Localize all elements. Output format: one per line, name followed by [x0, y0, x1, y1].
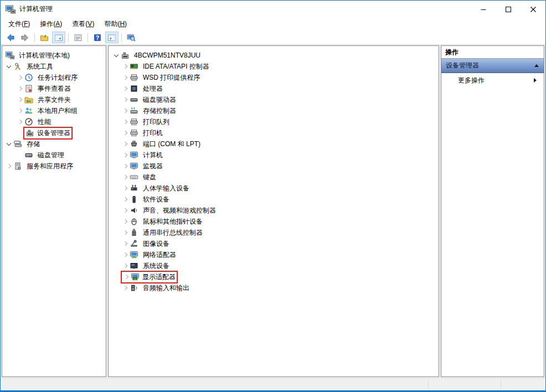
device-category-display-adapters[interactable]: 显示适配器: [109, 271, 439, 282]
chevron-right-icon[interactable]: [122, 96, 128, 103]
collapse-up-icon[interactable]: [534, 64, 539, 67]
device-category-monitors[interactable]: 监视器: [109, 161, 439, 172]
device-category-processors[interactable]: 处理器: [109, 83, 439, 94]
chevron-right-icon[interactable]: [122, 240, 128, 247]
chevron-right-icon[interactable]: [122, 163, 128, 169]
chevron-right-icon[interactable]: [123, 274, 130, 280]
device-category-mice[interactable]: 鼠标和其他指针设备: [109, 216, 439, 227]
chevron-right-icon[interactable]: [122, 207, 128, 214]
device-category-hid[interactable]: 人体学输入设备: [109, 183, 439, 194]
sidebar-item-label: 性能: [36, 117, 53, 127]
toolbar: [1, 30, 545, 45]
sidebar-item-local-users-groups[interactable]: 本地用户和组: [2, 105, 106, 116]
sidebar-item-storage[interactable]: 存储: [2, 138, 106, 149]
chevron-right-icon[interactable]: [122, 218, 128, 225]
chevron-down-icon[interactable]: [113, 52, 120, 59]
chevron-right-icon[interactable]: [122, 251, 128, 258]
more-actions-label: 更多操作: [458, 76, 485, 85]
device-category-system-devices[interactable]: 系统设备: [109, 260, 439, 271]
device-category-keyboards[interactable]: 键盘: [109, 172, 439, 183]
actions-pane-caption: 操作: [441, 46, 544, 59]
forward-button[interactable]: [18, 32, 32, 43]
device-category-sound-video-game[interactable]: 声音、视频和游戏控制器: [109, 205, 439, 216]
actions-section-header[interactable]: 设备管理器: [441, 59, 544, 73]
show-hide-console-tree-button[interactable]: [52, 32, 65, 43]
chevron-right-icon[interactable]: [122, 262, 128, 269]
up-folder-button[interactable]: [38, 32, 51, 43]
chevron-right-icon[interactable]: [122, 185, 128, 192]
device-category-label: 显示适配器: [142, 272, 176, 282]
chevron-right-icon[interactable]: [122, 118, 128, 125]
sidebar-item-task-scheduler[interactable]: 任务计划程序: [2, 72, 106, 83]
sidebar-item-performance[interactable]: 性能: [2, 116, 106, 127]
menu-action[interactable]: 操作(A): [35, 18, 67, 30]
sidebar-item-label: 服务和应用程序: [25, 161, 75, 172]
device-category-ide-controllers[interactable]: IDE ATA/ATAPI 控制器: [109, 61, 439, 72]
device-category-imaging-devices[interactable]: 图像设备: [109, 238, 439, 249]
storage-icon: [13, 140, 22, 148]
device-category-computer[interactable]: 计算机: [109, 149, 439, 161]
scan-hardware-changes-icon: [127, 33, 136, 42]
sidebar-item-computer-management[interactable]: 计算机管理(本地): [2, 50, 106, 61]
sidebar-item-event-viewer[interactable]: 事件查看器: [2, 83, 106, 94]
chevron-right-icon[interactable]: [122, 152, 128, 158]
properties-icon: [74, 33, 83, 42]
sidebar-item-disk-management[interactable]: 磁盘管理: [2, 149, 106, 161]
device-category-ports[interactable]: 端口 (COM 和 LPT): [109, 138, 439, 149]
device-category-storage-controllers[interactable]: 存储控制器: [109, 105, 439, 116]
chevron-right-icon[interactable]: [122, 196, 128, 203]
more-actions-item[interactable]: 更多操作: [441, 73, 544, 87]
device-category-wsd-print-provider[interactable]: WSD 打印提供程序: [109, 72, 439, 83]
chevron-right-icon[interactable]: [17, 118, 23, 125]
close-button[interactable]: [521, 1, 545, 18]
device-category-software-devices[interactable]: 软件设备: [109, 194, 439, 205]
device-category-network-adapters[interactable]: 网络适配器: [109, 249, 439, 260]
menu-view[interactable]: 查看(V): [67, 18, 99, 30]
sidebar-item-system-tools[interactable]: 系统工具: [2, 61, 106, 72]
device-category-usb-controllers[interactable]: 通用串行总线控制器: [109, 227, 439, 238]
chevron-down-icon[interactable]: [6, 141, 12, 147]
device-root-node[interactable]: 4BCWPM51NTV8JUU: [109, 50, 439, 61]
chevron-down-icon[interactable]: [6, 63, 12, 70]
maximize-button[interactable]: [496, 1, 521, 18]
chevron-right-icon[interactable]: [17, 74, 23, 81]
menu-help[interactable]: 帮助(H): [99, 18, 132, 30]
chevron-right-icon[interactable]: [17, 85, 23, 92]
toolbar-separator: [68, 33, 69, 42]
back-button[interactable]: [4, 32, 17, 43]
properties-button[interactable]: [71, 32, 85, 43]
device-category-label: 音频输入和输出: [141, 283, 191, 293]
event-viewer-icon: [24, 84, 33, 93]
chevron-right-icon[interactable]: [122, 74, 128, 81]
device-category-printers[interactable]: 打印机: [109, 127, 439, 138]
help-button[interactable]: [91, 32, 104, 43]
chevron-right-icon[interactable]: [6, 163, 12, 169]
chevron-right-icon[interactable]: [17, 96, 23, 103]
sidebar-item-shared-folders[interactable]: 共享文件夹: [2, 94, 106, 105]
computer-management-window: 计算机管理 文件(F) 操作(A) 查看(V) 帮助(H): [0, 0, 546, 392]
chevron-right-icon[interactable]: [122, 130, 128, 136]
menu-file[interactable]: 文件(F): [3, 18, 35, 30]
usb-controller-icon: [130, 228, 138, 237]
task-scheduler-icon: [24, 73, 33, 82]
chevron-right-icon[interactable]: [122, 174, 128, 180]
chevron-right-icon[interactable]: [122, 229, 128, 236]
device-root-label: 4BCWPM51NTV8JUU: [132, 51, 202, 60]
chevron-right-icon[interactable]: [122, 141, 128, 147]
display-adapter-icon: [131, 272, 140, 281]
device-category-print-queues[interactable]: 打印队列: [109, 116, 439, 127]
chevron-right-icon[interactable]: [122, 107, 128, 114]
sidebar-item-services-applications[interactable]: 服务和应用程序: [2, 161, 106, 172]
device-category-disk-drives[interactable]: 磁盘驱动器: [109, 94, 439, 105]
show-hide-action-pane-button[interactable]: [105, 32, 119, 43]
chevron-right-icon[interactable]: [122, 63, 128, 70]
device-tree-pane: 4BCWPM51NTV8JUU IDE ATA/ATAPI 控制器 WSD 打印…: [108, 45, 439, 377]
chevron-right-icon[interactable]: [17, 107, 23, 114]
device-category-audio-input-output[interactable]: 音频输入和输出: [109, 282, 439, 293]
sidebar-item-device-manager[interactable]: 设备管理器: [2, 127, 106, 138]
disk-management-icon: [24, 151, 33, 159]
scan-hardware-changes-button[interactable]: [125, 32, 138, 43]
chevron-right-icon[interactable]: [122, 85, 128, 92]
chevron-right-icon[interactable]: [122, 285, 128, 291]
minimize-button[interactable]: [471, 1, 496, 18]
